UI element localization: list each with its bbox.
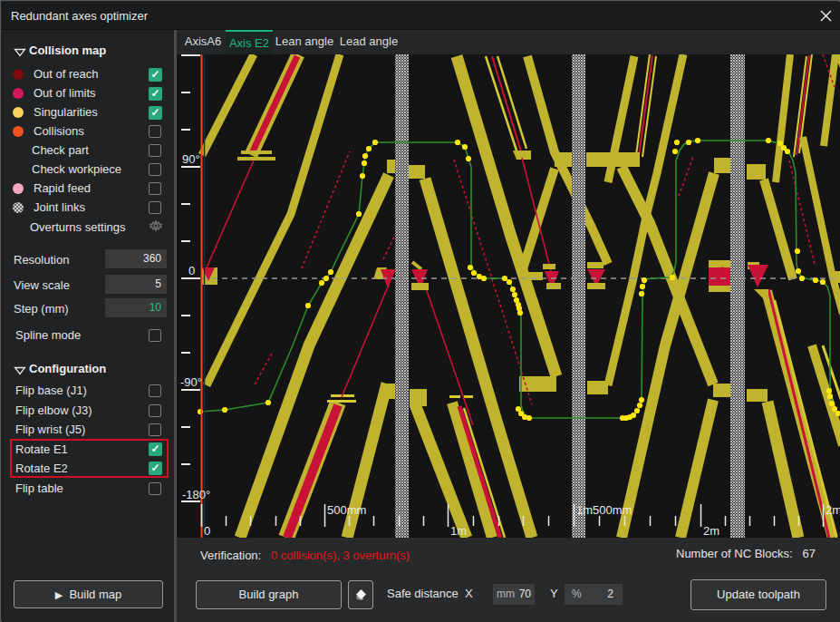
svg-text:2m: 2m — [826, 503, 840, 517]
svg-text:500mm: 500mm — [327, 503, 366, 517]
svg-text:0: 0 — [188, 264, 195, 277]
svg-text:-90°: -90° — [180, 375, 202, 389]
svg-text:1m500mm: 1m500mm — [576, 503, 632, 517]
svg-text:1m: 1m — [450, 524, 467, 538]
svg-text:90°: 90° — [182, 152, 200, 166]
svg-text:0: 0 — [204, 524, 210, 538]
svg-text:-180°: -180° — [182, 488, 210, 501]
svg-text:2m: 2m — [703, 524, 719, 538]
